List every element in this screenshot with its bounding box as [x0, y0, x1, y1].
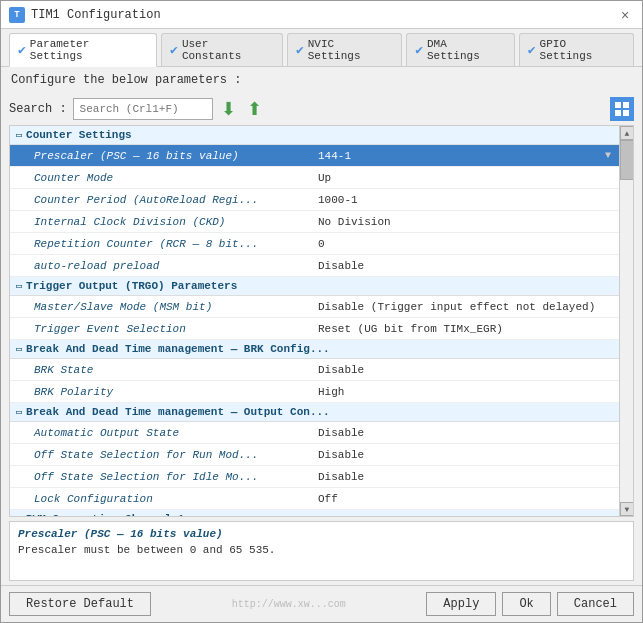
param-name-trigger-event: Trigger Event Selection	[10, 321, 310, 337]
section-break-dead-output-label: Break And Dead Time management — Output …	[26, 406, 330, 418]
main-content: ▭ Counter Settings Prescaler (PSC — 16 b…	[1, 125, 642, 585]
row-off-state-idle[interactable]: Off State Selection for Idle Mo... Disab…	[10, 466, 619, 488]
search-label: Search :	[9, 102, 67, 116]
param-name-brk-polarity: BRK Polarity	[10, 384, 310, 400]
row-master-slave-mode[interactable]: Master/Slave Mode (MSM bit) Disable (Tri…	[10, 296, 619, 318]
section-trigger-output[interactable]: ▭ Trigger Output (TRGO) Parameters	[10, 277, 619, 296]
collapse-icon-4: ▭	[16, 406, 22, 418]
tab-check-icon: ✔	[18, 42, 26, 58]
row-counter-period[interactable]: Counter Period (AutoReload Regi... 1000-…	[10, 189, 619, 211]
param-name-off-state-idle: Off State Selection for Idle Mo...	[10, 469, 310, 485]
param-value-lock-config: Off	[310, 491, 619, 507]
tab-gpio-settings[interactable]: ✔ GPIO Settings	[519, 33, 634, 66]
param-name-prescaler: Prescaler (PSC — 16 bits value)	[10, 148, 310, 164]
param-value-auto-output-state: Disable	[310, 425, 619, 441]
watermark-text: http://www.xw...com	[232, 599, 346, 610]
collapse-icon: ▭	[16, 129, 22, 141]
row-counter-mode[interactable]: Counter Mode Up	[10, 167, 619, 189]
section-break-dead-brk-label: Break And Dead Time management — BRK Con…	[26, 343, 330, 355]
param-value-off-state-idle: Disable	[310, 469, 619, 485]
param-value-autoreload-preload: Disable	[310, 258, 619, 274]
scrollbar-thumb[interactable]	[620, 140, 634, 180]
tab-nvic-settings-label: NVIC Settings	[308, 38, 393, 62]
param-value-brk-state: Disable	[310, 362, 619, 378]
title-bar: T TIM1 Configuration ×	[1, 1, 642, 29]
row-autoreload-preload[interactable]: auto-reload preload Disable	[10, 255, 619, 277]
section-pwm-channel[interactable]: ▭ PWM Generation Channel 1	[10, 510, 619, 517]
tab-check-icon-3: ✔	[296, 42, 304, 58]
param-value-brk-polarity: High	[310, 384, 619, 400]
row-lock-configuration[interactable]: Lock Configuration Off	[10, 488, 619, 510]
tab-check-icon-4: ✔	[415, 42, 423, 58]
tab-nvic-settings[interactable]: ✔ NVIC Settings	[287, 33, 402, 66]
description-text: Prescaler must be between 0 and 65 535.	[18, 544, 625, 556]
tab-parameter-settings-label: Parameter Settings	[30, 38, 148, 62]
search-down-button[interactable]: ⬇	[219, 99, 239, 119]
param-value-clock-division: No Division	[310, 214, 619, 230]
configure-text: Configure the below parameters :	[1, 67, 642, 93]
tab-user-constants[interactable]: ✔ User Constants	[161, 33, 283, 66]
param-name-autoreload-preload: auto-reload preload	[10, 258, 310, 274]
collapse-icon-5: ▭	[16, 513, 22, 517]
dropdown-arrow-prescaler[interactable]: ▼	[605, 150, 611, 161]
scrollbar[interactable]: ▲ ▼	[619, 126, 633, 516]
title-bar-left: T TIM1 Configuration	[9, 7, 161, 23]
restore-default-button[interactable]: Restore Default	[9, 592, 151, 616]
tab-check-icon-5: ✔	[528, 42, 536, 58]
row-trigger-event-selection[interactable]: Trigger Event Selection Reset (UG bit fr…	[10, 318, 619, 340]
row-clock-division[interactable]: Internal Clock Division (CKD) No Divisio…	[10, 211, 619, 233]
window-title: TIM1 Configuration	[31, 8, 161, 22]
app-icon: T	[9, 7, 25, 23]
search-bar: Search : ⬇ ⬆	[1, 93, 642, 125]
svg-rect-1	[623, 102, 629, 108]
ok-button[interactable]: Ok	[502, 592, 550, 616]
param-value-off-state-run: Disable	[310, 447, 619, 463]
scrollbar-arrow-down[interactable]: ▼	[620, 502, 634, 516]
row-off-state-run[interactable]: Off State Selection for Run Mod... Disab…	[10, 444, 619, 466]
tab-gpio-settings-label: GPIO Settings	[540, 38, 625, 62]
section-trigger-output-label: Trigger Output (TRGO) Parameters	[26, 280, 237, 292]
row-brk-state[interactable]: BRK State Disable	[10, 359, 619, 381]
tab-parameter-settings[interactable]: ✔ Parameter Settings	[9, 33, 157, 67]
section-counter-settings[interactable]: ▭ Counter Settings	[10, 126, 619, 145]
row-repetition-counter[interactable]: Repetition Counter (RCR — 8 bit... 0	[10, 233, 619, 255]
tab-dma-settings[interactable]: ✔ DMA Settings	[406, 33, 515, 66]
grid-view-button[interactable]	[610, 97, 634, 121]
param-name-lock-config: Lock Configuration	[10, 491, 310, 507]
row-auto-output-state[interactable]: Automatic Output State Disable	[10, 422, 619, 444]
param-value-counter-mode: Up	[310, 170, 619, 186]
grid-icon	[615, 102, 629, 116]
param-name-master-slave: Master/Slave Mode (MSM bit)	[10, 299, 310, 315]
apply-button[interactable]: Apply	[426, 592, 496, 616]
collapse-icon-2: ▭	[16, 280, 22, 292]
collapse-icon-3: ▭	[16, 343, 22, 355]
bottom-bar: Restore Default http://www.xw...com Appl…	[1, 585, 642, 622]
svg-rect-3	[623, 110, 629, 116]
param-name-repetition-counter: Repetition Counter (RCR — 8 bit...	[10, 236, 310, 252]
param-value-trigger-event: Reset (UG bit from TIMx_EGR)	[310, 321, 619, 337]
description-area: Prescaler (PSC — 16 bits value) Prescale…	[9, 521, 634, 581]
param-name-off-state-run: Off State Selection for Run Mod...	[10, 447, 310, 463]
tab-dma-settings-label: DMA Settings	[427, 38, 506, 62]
scrollbar-arrow-up[interactable]: ▲	[620, 126, 634, 140]
section-break-dead-brk[interactable]: ▭ Break And Dead Time management — BRK C…	[10, 340, 619, 359]
search-input[interactable]	[73, 98, 213, 120]
row-prescaler[interactable]: Prescaler (PSC — 16 bits value) 144-1 ▼	[10, 145, 619, 167]
description-title: Prescaler (PSC — 16 bits value)	[18, 528, 625, 540]
param-value-prescaler: 144-1 ▼	[310, 148, 619, 164]
tab-check-icon-2: ✔	[170, 42, 178, 58]
svg-rect-0	[615, 102, 621, 108]
param-value-counter-period: 1000-1	[310, 192, 619, 208]
main-window: T TIM1 Configuration × ✔ Parameter Setti…	[0, 0, 643, 623]
tab-bar: ✔ Parameter Settings ✔ User Constants ✔ …	[1, 29, 642, 67]
param-value-repetition-counter: 0	[310, 236, 619, 252]
parameter-table: ▭ Counter Settings Prescaler (PSC — 16 b…	[9, 125, 634, 517]
search-up-button[interactable]: ⬆	[245, 99, 265, 119]
row-brk-polarity[interactable]: BRK Polarity High	[10, 381, 619, 403]
param-name-auto-output-state: Automatic Output State	[10, 425, 310, 441]
section-break-dead-output[interactable]: ▭ Break And Dead Time management — Outpu…	[10, 403, 619, 422]
cancel-button[interactable]: Cancel	[557, 592, 634, 616]
section-counter-settings-label: Counter Settings	[26, 129, 132, 141]
close-button[interactable]: ×	[616, 6, 634, 24]
param-name-counter-mode: Counter Mode	[10, 170, 310, 186]
